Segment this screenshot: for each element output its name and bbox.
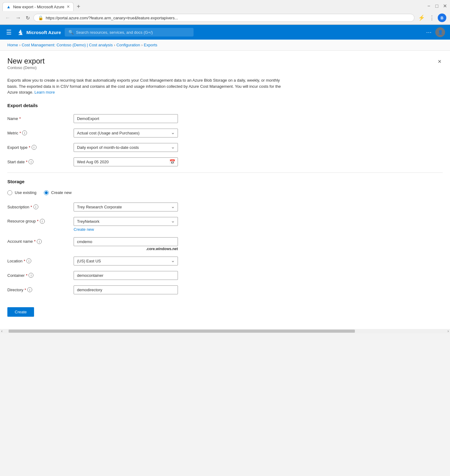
more-options-button[interactable]: ⋮ — [428, 13, 436, 22]
export-type-select[interactable]: Daily export of month-to-date costsWeekl… — [74, 143, 178, 152]
breadcrumb-configuration[interactable]: Configuration — [116, 43, 140, 47]
container-required-star: * — [26, 273, 27, 278]
url-input[interactable] — [46, 16, 410, 20]
location-row: Location * i (US) East US(US) West US(Eu… — [7, 257, 443, 265]
name-input[interactable] — [74, 114, 178, 123]
window-controls: − □ ✕ — [426, 3, 448, 10]
metric-select[interactable]: Actual cost (Usage and Purchases)Amortiz… — [74, 129, 178, 137]
section-divider — [7, 172, 443, 173]
use-existing-radio[interactable] — [7, 190, 12, 195]
extensions-button[interactable]: ⚡ — [417, 13, 426, 22]
azure-favicon-icon: ▲ — [6, 4, 11, 9]
breadcrumb-cost-management[interactable]: Cost Management: Contoso (Demo) | Cost a… — [22, 43, 113, 47]
scrollbar-thumb[interactable] — [9, 330, 355, 333]
minimize-button[interactable]: − — [426, 3, 432, 9]
resource-group-select[interactable]: TreyNetwork — [74, 217, 178, 226]
export-type-required-star: * — [29, 145, 30, 150]
directory-input[interactable] — [74, 285, 178, 294]
breadcrumb-home[interactable]: Home — [7, 43, 18, 47]
page-subtitle: Contoso (Demo) — [7, 65, 44, 70]
container-input[interactable] — [74, 271, 178, 280]
metric-row: Metric * i Actual cost (Usage and Purcha… — [7, 129, 443, 137]
start-date-row: Start date * i 📅 — [7, 157, 443, 166]
browser-extensions: ⚡ ⋮ B — [417, 13, 446, 22]
azure-logo: Microsoft Azure — [17, 29, 61, 36]
use-existing-text: Use existing — [15, 190, 37, 195]
storage-section-title: Storage — [7, 179, 443, 184]
subscription-select[interactable]: Trey Research Corporate — [74, 203, 178, 211]
create-new-radio[interactable] — [44, 190, 49, 195]
breadcrumb-exports[interactable]: Exports — [144, 43, 157, 47]
close-window-button[interactable]: ✕ — [442, 3, 448, 9]
metric-info-icon[interactable]: i — [22, 130, 27, 135]
azure-nav-more-icon[interactable]: ⋯ — [425, 28, 433, 37]
browser-chrome: ▲ New export - Microsoft Azure × + − □ ✕… — [0, 0, 450, 25]
location-label: Location * i — [7, 258, 69, 263]
directory-label: Directory * i — [7, 287, 69, 292]
container-row: Container * i — [7, 271, 443, 280]
horizontal-scrollbar[interactable]: ‹ › — [0, 329, 450, 333]
container-info-icon[interactable]: i — [29, 273, 33, 278]
hamburger-menu-icon[interactable]: ☰ — [5, 27, 13, 37]
page-description: Exports allow you to create a recurring … — [7, 77, 283, 95]
resource-group-info-icon[interactable]: i — [40, 219, 45, 224]
browser-profile-avatar[interactable]: B — [438, 14, 446, 22]
export-details-title: Export details — [7, 103, 443, 108]
restore-button[interactable]: □ — [434, 3, 440, 9]
resource-group-row: Resource group * i TreyNetwork Create ne… — [7, 217, 443, 232]
use-existing-label[interactable]: Use existing — [7, 190, 37, 195]
azure-nav: ☰ Microsoft Azure 🔍 Search resources, se… — [0, 25, 450, 40]
export-type-info-icon[interactable]: i — [32, 145, 37, 150]
metric-select-wrapper: Actual cost (Usage and Purchases)Amortiz… — [74, 129, 178, 137]
calendar-icon[interactable]: 📅 — [169, 159, 175, 165]
account-name-required-star: * — [34, 239, 36, 244]
scrollbar-right-arrow[interactable]: › — [446, 329, 450, 333]
browser-tab[interactable]: ▲ New export - Microsoft Azure × — [2, 2, 74, 11]
create-new-text: Create new — [51, 190, 71, 195]
learn-more-link[interactable]: Learn more — [34, 90, 55, 95]
directory-row: Directory * i — [7, 285, 443, 294]
browser-tab-title: New export - Microsoft Azure — [13, 5, 64, 9]
address-bar[interactable]: 🔒 — [33, 14, 414, 22]
azure-search-bar[interactable]: 🔍 Search resources, services, and docs (… — [65, 28, 194, 37]
main-content: New export Contoso (Demo) × Exports allo… — [0, 51, 450, 329]
create-new-group-link[interactable]: Create new — [74, 227, 178, 232]
lock-icon: 🔒 — [38, 15, 43, 20]
scrollbar-left-arrow[interactable]: ‹ — [0, 329, 4, 333]
account-name-row: Account name * i .core.windows.net — [7, 237, 443, 251]
azure-search-placeholder: Search resources, services, and docs (G+… — [76, 30, 153, 35]
profile-image: 👤 — [435, 27, 445, 37]
start-date-input[interactable] — [74, 157, 178, 166]
subscription-info-icon[interactable]: i — [33, 204, 38, 209]
refresh-button[interactable]: ↻ — [25, 14, 31, 22]
storage-radio-group: Use existing Create new — [7, 190, 443, 195]
panel-close-button[interactable]: × — [437, 57, 443, 66]
start-date-required-star: * — [26, 160, 27, 164]
azure-profile-avatar[interactable]: 👤 — [435, 27, 445, 37]
location-select[interactable]: (US) East US(US) West US(Europe) West Eu… — [74, 257, 178, 265]
resource-group-control: TreyNetwork Create new — [74, 217, 178, 232]
tab-close-icon[interactable]: × — [67, 4, 70, 9]
create-button[interactable]: Create — [7, 307, 34, 317]
subscription-label: Subscription * i — [7, 204, 69, 209]
account-name-input[interactable] — [74, 237, 178, 246]
create-new-label[interactable]: Create new — [44, 190, 71, 195]
location-info-icon[interactable]: i — [26, 258, 31, 263]
page-header: New export Contoso (Demo) × — [7, 57, 443, 76]
directory-info-icon[interactable]: i — [27, 287, 32, 292]
start-date-info-icon[interactable]: i — [29, 159, 33, 164]
back-button[interactable]: ← — [4, 14, 12, 22]
breadcrumb-separator-1: › — [19, 43, 21, 47]
scrollbar-track — [9, 330, 441, 333]
location-select-wrapper: (US) East US(US) West US(Europe) West Eu… — [74, 257, 178, 265]
subscription-select-wrapper: Trey Research Corporate — [74, 203, 178, 211]
breadcrumb-separator-2: › — [114, 43, 115, 47]
forward-button[interactable]: → — [14, 14, 22, 22]
account-name-info-icon[interactable]: i — [37, 239, 42, 244]
name-label: Name * — [7, 116, 69, 121]
export-type-select-wrapper: Daily export of month-to-date costsWeekl… — [74, 143, 178, 152]
azure-logo-icon — [17, 29, 24, 36]
new-tab-button[interactable]: + — [74, 2, 83, 11]
export-type-row: Export type * i Daily export of month-to… — [7, 143, 443, 152]
start-date-wrapper: 📅 — [74, 157, 178, 166]
